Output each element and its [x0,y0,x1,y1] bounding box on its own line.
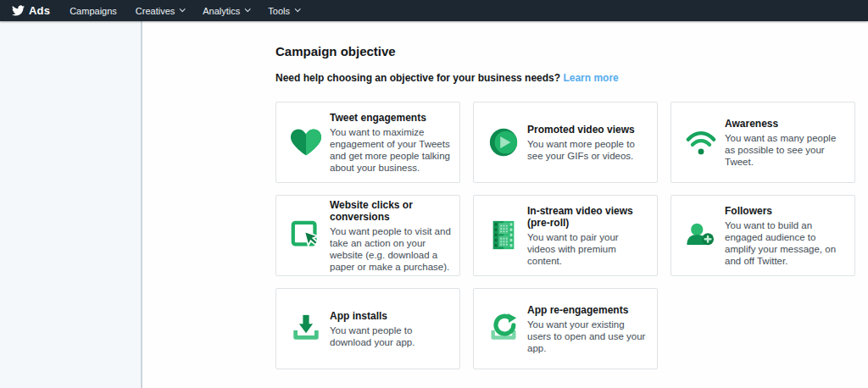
main-content: Campaign objective Need help choosing an… [144,21,868,388]
twitter-bird-icon [12,4,25,17]
card-title: App re-engagements [527,304,648,316]
wifi-icon [684,125,718,159]
page-title: Campaign objective [275,44,868,58]
objective-card-awareness[interactable]: Awareness You want as many people as pos… [670,102,855,183]
card-description: You want people to visit and take an act… [330,225,451,273]
brand-label: Ads [29,4,50,17]
card-title: Awareness [725,118,846,130]
card-title: Website clicks or conversions [330,199,451,223]
play-circle-icon [487,125,520,159]
objective-card-grid: Tweet engagements You want to maximize e… [275,102,868,369]
card-title: In-stream video views (pre-roll) [527,205,648,229]
card-description: You want more people to see your GIFs or… [527,138,648,162]
objective-card-app-reengagements[interactable]: App re-engagements You want your existin… [473,288,658,369]
objective-card-followers[interactable]: Followers You want to build an engaged a… [670,195,855,276]
nav-item-tools[interactable]: Tools [259,0,309,21]
filmstrip-icon [487,219,520,252]
nav-item-campaigns[interactable]: Campaigns [60,0,126,21]
help-text-label: Need help choosing an objective for your… [275,72,560,84]
objective-card-promoted-video-views[interactable]: Promoted video views You want more peopl… [473,102,658,183]
objective-card-instream-video-views[interactable]: In-stream video views (pre-roll) You wan… [473,195,658,276]
chevron-down-icon [180,6,186,12]
nav-item-label: Creatives [136,6,175,16]
person-plus-icon [684,219,718,252]
help-text: Need help choosing an objective for your… [275,72,868,84]
card-description: You want as many people as possible to s… [725,132,846,168]
card-title: App installs [330,310,451,322]
chevron-down-icon [245,6,251,12]
chevron-down-icon [295,6,301,12]
card-description: You want people to download your app. [330,324,451,348]
objective-card-website-clicks[interactable]: Website clicks or conversions You want p… [275,195,460,276]
card-description: You want to pair your videos with premiu… [527,231,648,267]
nav-item-label: Campaigns [70,6,117,16]
nav-item-label: Tools [268,6,290,16]
top-navbar: Ads Campaigns Creatives Analytics Tools [0,0,868,21]
card-description: You want to maximize engagement of your … [330,126,451,174]
heart-icon [289,125,323,159]
card-description: You want to build an engaged audience to… [725,219,846,267]
learn-more-link[interactable]: Learn more [563,72,618,84]
objective-card-tweet-engagements[interactable]: Tweet engagements You want to maximize e… [275,102,460,183]
nav-item-creatives[interactable]: Creatives [126,0,193,21]
card-description: You want your existing users to open and… [527,319,648,354]
cursor-box-icon [289,219,323,252]
refresh-tray-icon [487,312,520,346]
objective-card-app-installs[interactable]: App installs You want people to download… [275,288,460,369]
download-tray-icon [289,312,323,346]
nav-item-analytics[interactable]: Analytics [193,0,259,21]
card-title: Followers [725,205,846,217]
left-sidebar [0,21,142,388]
card-title: Promoted video views [527,124,648,136]
nav-item-label: Analytics [203,6,240,16]
card-title: Tweet engagements [330,112,451,124]
ads-home-link[interactable]: Ads [12,4,50,17]
